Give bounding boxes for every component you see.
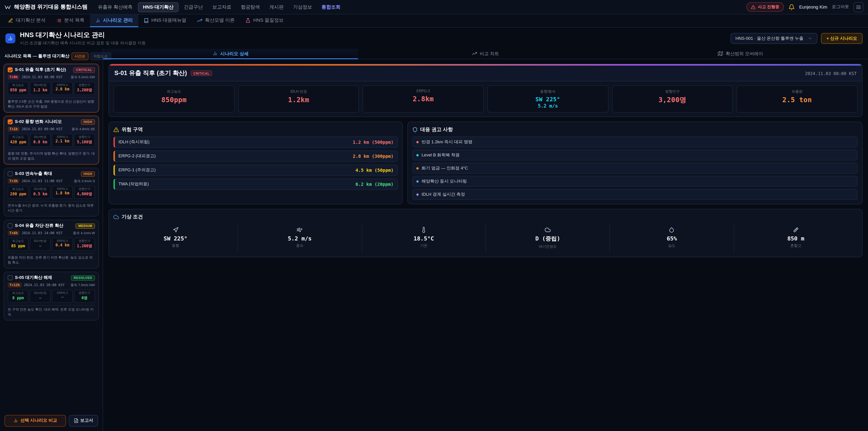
scenario-card-s01[interactable]: S-01 유출 직후 (초기 확산) CRITICAL T+0h 2024.11… <box>4 64 99 113</box>
tab-scenario-detail[interactable]: 시나리오 상세 <box>103 49 358 59</box>
metric-value: 3,200명 <box>614 96 731 104</box>
bell-icon[interactable] <box>788 4 795 10</box>
metric-cell: 최고농도850 ppm <box>8 82 29 95</box>
metric-cell: ERPG-22.1 km <box>52 134 73 147</box>
incident-select[interactable]: HNS-001 · 울산 온산항 톨루엔 누출 <box>730 33 817 44</box>
zone-value: 1.2 km (500ppm) <box>352 140 394 145</box>
scenario-checkbox[interactable] <box>8 67 13 72</box>
nav-item-reports[interactable]: 보고자료 <box>209 2 236 12</box>
main-nav: 유출유 확산예측 HNS·대기확산 긴급구난 보고자료 항공탐색 게시판 기상정… <box>94 2 344 12</box>
tab-comparison-chart[interactable]: 비교 차트 <box>358 49 613 59</box>
weather-value: 65% <box>610 235 734 242</box>
tab-model-theory[interactable]: 확산모델 이론 <box>192 14 240 27</box>
metric-value: 4,800명 <box>75 192 94 197</box>
tab-label: 확산모델 이론 <box>205 17 235 24</box>
severity-badge: HIGH <box>81 171 95 177</box>
nav-item-board[interactable]: 게시판 <box>266 2 288 12</box>
nav-item-oil-spill[interactable]: 유출유 확산예측 <box>94 2 136 12</box>
scenario-checkbox[interactable] <box>8 223 13 228</box>
warning-icon <box>114 127 119 132</box>
nav-item-air-search[interactable]: 항공탐색 <box>237 2 264 12</box>
scenario-card-s03[interactable]: S-03 연속누출 확대 HIGH T+3h 2024.11.03 11:00 … <box>4 168 99 217</box>
tab-hns-substance-info[interactable]: HNS 물질정보 <box>240 14 289 27</box>
sub-navbar: 대기확산 분석 분석 목록 시나리오 관리 HNS 대응매뉴얼 확산모델 이론 … <box>0 14 868 28</box>
scenario-card-s04[interactable]: S-04 유출 차단·잔류 확산 MEDIUM T+6h 2024.11.03 … <box>4 220 99 269</box>
metric-value: 8 ppm <box>9 296 27 300</box>
menu-button[interactable] <box>854 2 864 12</box>
tab-analysis-list[interactable]: 분석 목록 <box>51 14 90 27</box>
scenario-checkbox[interactable] <box>8 171 13 176</box>
scenario-card-s02[interactable]: S-02 풍향 변화 시나리오 HIGH T+1h 2024.11.03 09:… <box>4 116 99 164</box>
scenario-name: S-04 유출 차단·잔류 확산 <box>15 223 73 229</box>
timestamp: 2024.11.03 20:00 KST <box>24 283 65 287</box>
zone-value: 4.5 km (50ppm) <box>355 168 394 173</box>
metric-label: IDLH반경 <box>31 135 49 139</box>
metric-value: — <box>31 296 49 300</box>
tab-diffusion-overlay[interactable]: 확산범위 오버레이 <box>613 49 868 59</box>
chevron-down-icon <box>808 36 812 41</box>
report-button[interactable]: 보고서 <box>68 415 98 427</box>
scenario-checkbox[interactable] <box>8 275 13 280</box>
metric-cell: 영향인구5,100명 <box>74 134 95 147</box>
nav-item-integrated-search[interactable]: 통합조회 <box>318 2 345 12</box>
page-icon <box>5 33 16 43</box>
bar-chart-icon <box>213 51 217 56</box>
panel-title: 위험 구역 <box>114 126 398 133</box>
scenario-card-s05[interactable]: S-05 대기확산 해제 RESOLVED T+12h 2024.11.03 2… <box>4 272 99 320</box>
bar-chart-icon <box>95 18 100 23</box>
metric-cell: 최고농도420 ppm <box>8 134 29 147</box>
sort-time-button[interactable]: 시간순 <box>71 53 88 60</box>
time-offset-badge: T+12h <box>8 282 22 287</box>
time-offset-badge: T+0h <box>8 74 20 80</box>
main-tabs: 시나리오 상세 비교 차트 확산범위 오버레이 <box>103 49 868 59</box>
panel-title-label: 위험 구역 <box>122 126 143 133</box>
weather-label: 기온 <box>362 243 486 248</box>
tab-diffusion-analysis[interactable]: 대기확산 분석 <box>3 14 51 27</box>
scenario-card-header: S-03 연속누출 확대 HIGH <box>8 171 95 177</box>
scenario-detail-card: S-01 유출 직후 (초기 확산) CRITICAL 2024.11.03 0… <box>108 64 863 117</box>
metric-value: 1.2 km <box>31 88 49 92</box>
zone-label: TWA (작업허용) <box>119 181 149 187</box>
compare-scenarios-button[interactable]: 선택 시나리오 비교 <box>4 415 66 427</box>
nav-item-hns-diffusion[interactable]: HNS·대기확산 <box>138 2 178 12</box>
severity-badge: CRITICAL <box>191 70 212 76</box>
metric-cell: 유출량 2.5 ton <box>737 86 858 113</box>
tab-hns-manual[interactable]: HNS 대응매뉴얼 <box>138 14 192 27</box>
zone-label: ERPG-2 (대피권고) <box>119 153 156 159</box>
scenario-time-row: T+3h 2024.11.03 11:00 KST 풍속 3.5m/s S <box>8 179 95 184</box>
metric-cell: IDLH반경0.8 km <box>30 134 51 147</box>
tab-scenario-management[interactable]: 시나리오 관리 <box>90 14 138 27</box>
weather-label: 풍향 <box>114 243 238 248</box>
metric-value: — <box>31 244 49 248</box>
weather-grid: SW 225° 풍향 5.2 m/s 풍속 18.5°C 기온 <box>114 224 858 253</box>
new-scenario-button[interactable]: + 신규 시나리오 <box>821 33 863 44</box>
wind-speed-icon <box>238 227 362 233</box>
weather-cell-wind-direction: SW 225° 풍향 <box>114 224 238 253</box>
weather-cell-mixing-height: 850 m 혼합고 <box>734 224 858 253</box>
wind-info: 풍속 4.1m/s W <box>73 231 95 235</box>
metric-value: 0.4 km <box>53 243 71 247</box>
wind-direction-icon <box>114 227 238 233</box>
cloud-icon <box>486 227 610 233</box>
metric-value: 1,200명 <box>75 244 94 249</box>
document-icon <box>73 418 79 423</box>
metric-label: IDLH반경 <box>31 187 49 191</box>
logout-button[interactable]: 로그아웃 <box>832 4 849 10</box>
thermometer-icon <box>362 227 486 233</box>
metric-value: 1.2km <box>240 96 357 104</box>
zone-value: 2.8 km (300ppm) <box>352 154 394 159</box>
weather-value: D (중립) <box>486 235 610 243</box>
nav-item-rescue[interactable]: 긴급구난 <box>180 2 207 12</box>
sidebar-footer: 선택 시나리오 비교 보고서 <box>0 410 103 431</box>
nav-item-weather[interactable]: 기상정보 <box>289 2 316 12</box>
weather-label: 풍속 <box>238 243 362 248</box>
panel-title: 대응 권고 사항 <box>412 126 858 133</box>
scenario-checkbox[interactable] <box>8 119 13 124</box>
scenario-metrics: 최고농도85 ppm IDLH반경— ERPG-20.4 km 영향인구1,20… <box>8 238 95 251</box>
metric-cell: ERPG-22.8 km <box>52 82 73 95</box>
incident-status-badge: 사고 진행중 <box>746 2 784 12</box>
severity-badge: RESOLVED <box>71 275 95 280</box>
metric-value-secondary: 5.2 m/s <box>490 103 606 109</box>
weather-panel: 기상 조건 SW 225° 풍향 5.2 m/s 풍속 <box>108 209 863 257</box>
metric-value: 850 ppm <box>9 88 27 92</box>
